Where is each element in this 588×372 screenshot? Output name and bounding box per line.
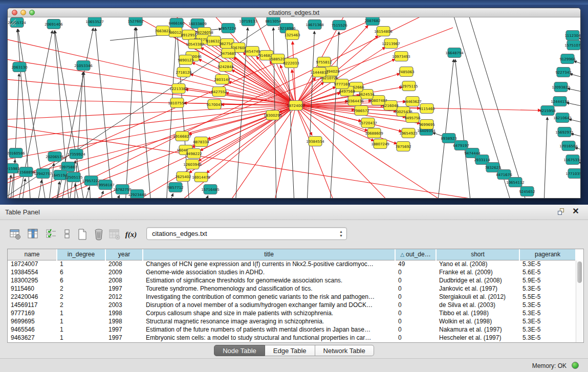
graph-node[interactable]: 2803144: [214, 75, 230, 84]
graph-node[interactable]: 8878334: [193, 137, 209, 147]
column-header-in_degree[interactable]: in_degree: [57, 249, 105, 260]
table-cell[interactable]: Tourette syndrome. Phenomenology and cla…: [143, 285, 395, 293]
table-cell[interactable]: 5.6E-5: [519, 268, 576, 276]
graph-node[interactable]: 12975115: [400, 81, 418, 91]
tab-network-table[interactable]: Network Table: [315, 345, 374, 356]
table-cell[interactable]: Wolkin et al. (1998): [436, 317, 519, 325]
table-cell[interactable]: 2008: [105, 276, 143, 285]
table-cell[interactable]: 0: [395, 268, 436, 276]
table-cell[interactable]: 18300295: [8, 276, 57, 285]
graph-node[interactable]: 15692971: [555, 127, 574, 137]
table-cell[interactable]: 1998: [105, 317, 143, 325]
column-header-title[interactable]: title: [143, 249, 395, 260]
graph-node[interactable]: 11568898: [17, 167, 35, 177]
table-cell[interactable]: Embryonic stem cells: a model to study s…: [143, 334, 395, 342]
graph-node[interactable]: 1112304: [564, 31, 580, 40]
table-row[interactable]: 1456911722003Disruption of a novel membe…: [8, 301, 576, 309]
graph-node[interactable]: 9498222: [186, 149, 202, 159]
table-cell[interactable]: 9699695: [8, 317, 57, 325]
graph-node[interactable]: 19384554: [306, 137, 324, 146]
graph-node[interactable]: 9755812: [316, 57, 332, 67]
table-cell[interactable]: 0: [395, 325, 436, 334]
graph-node[interactable]: 16648794: [445, 48, 464, 58]
graph-node[interactable]: 16033809: [188, 19, 207, 29]
graph-node[interactable]: 7625402: [175, 172, 191, 182]
graph-node[interactable]: 9777169: [334, 79, 350, 89]
table-cell[interactable]: Structural magnetic resonance image aver…: [143, 317, 395, 325]
graph-node[interactable]: 12603948: [183, 160, 202, 169]
graph-node[interactable]: 7857224: [220, 24, 236, 33]
tab-node-table[interactable]: Node Table: [214, 345, 265, 356]
graph-node[interactable]: 12444134: [551, 97, 569, 106]
table-cell[interactable]: 5.3E-5: [519, 285, 576, 293]
graph-node[interactable]: 17016504: [559, 141, 578, 151]
graph-node[interactable]: 19166827: [173, 132, 191, 141]
table-row[interactable]: 1830029562008Estimation of significance …: [8, 276, 576, 285]
close-panel-icon[interactable]: ✕: [572, 207, 580, 215]
delete-table-icon[interactable]: [92, 227, 106, 242]
table-cell[interactable]: 1998: [105, 309, 143, 317]
table-row[interactable]: 969969511998Structural magnetic resonanc…: [8, 317, 576, 325]
graph-node[interactable]: 1325463: [284, 30, 300, 40]
graph-node[interactable]: 10654112: [506, 178, 525, 187]
table-cell[interactable]: 6: [57, 276, 105, 285]
graph-node[interactable]: 9170043: [206, 100, 222, 110]
table-cell[interactable]: 0: [395, 334, 436, 342]
graph-node[interactable]: 8222033: [283, 58, 299, 68]
graph-node[interactable]: 9115460: [419, 104, 434, 114]
table-cell[interactable]: 9777169: [8, 309, 57, 317]
column-header-name[interactable]: name: [8, 249, 57, 260]
graph-node[interactable]: 20160586: [8, 148, 25, 158]
graph-node[interactable]: 1527602: [127, 17, 143, 26]
graph-node[interactable]: 7515526: [331, 20, 347, 30]
graph-node[interactable]: 10719133: [239, 17, 257, 26]
table-cell[interactable]: 22420046: [8, 293, 57, 301]
table-cell[interactable]: Genome-wide association studies in ADHD.: [143, 268, 395, 276]
table-options-icon[interactable]: [8, 227, 23, 242]
column-header-short[interactable]: short: [436, 249, 519, 260]
graph-node[interactable]: 7875692: [395, 142, 411, 151]
graph-node[interactable]: 12213383: [169, 84, 188, 94]
table-cell[interactable]: 1997: [105, 334, 143, 342]
graph-node[interactable]: 8454749: [244, 47, 260, 56]
graph-node[interactable]: 9857712: [167, 183, 183, 192]
graph-node[interactable]: 7663822: [155, 26, 170, 36]
new-table-icon[interactable]: [75, 227, 90, 242]
table-cell[interactable]: 2012: [105, 293, 143, 301]
graph-node[interactable]: 11444812: [310, 68, 329, 77]
table-cell[interactable]: Nakamura et al. (1997): [436, 325, 519, 334]
table-row[interactable]: 911546021997Tourette syndrome. Phenomeno…: [8, 285, 576, 293]
graph-node[interactable]: 16154808: [374, 27, 393, 36]
scrollbar-thumb[interactable]: [577, 261, 582, 283]
table-cell[interactable]: Yano et al. (2008): [436, 260, 519, 268]
table-cell[interactable]: 2008: [105, 260, 143, 268]
graph-node[interactable]: 17710355: [565, 169, 580, 179]
graph-node[interactable]: 7986572: [353, 106, 369, 116]
table-cell[interactable]: Changes of HCN gene expression and I(f) …: [143, 260, 395, 268]
window-titlebar[interactable]: citations_edges.txt: [8, 8, 580, 17]
table-cell[interactable]: Dudbridge et al. (2008): [436, 276, 519, 285]
tab-edge-table[interactable]: Edge Table: [265, 345, 315, 356]
table-cell[interactable]: 5.5E-5: [519, 293, 576, 301]
graph-node[interactable]: 10688609: [365, 128, 383, 138]
graph-node[interactable]: 18107554: [168, 98, 186, 108]
column-header-pagerank[interactable]: pagerank: [519, 249, 576, 260]
table-row[interactable]: 946362711997Embryonic stem cells: a mode…: [8, 334, 576, 342]
table-cell[interactable]: 2003: [105, 301, 143, 309]
table-cell[interactable]: 14569117: [8, 301, 57, 309]
table-row[interactable]: 946554611997Estimation of the future num…: [8, 325, 576, 334]
graph-node[interactable]: 15751074: [564, 40, 580, 50]
table-row[interactable]: 977716911998Corpus callosum shape and si…: [8, 309, 576, 317]
graph-node[interactable]: 14671368: [306, 20, 324, 30]
table-cell[interactable]: 5.3E-5: [519, 301, 576, 309]
table-cell[interactable]: Jankovic et al. (1997): [436, 285, 519, 293]
table-cell[interactable]: 0: [395, 309, 436, 317]
table-cell[interactable]: 2: [57, 301, 105, 309]
graph-node[interactable]: 19654923: [399, 128, 418, 138]
table-selector-dropdown[interactable]: citations_edges.txt ▲▼: [146, 227, 347, 240]
graph-node[interactable]: 8215958: [539, 106, 555, 116]
table-scrollbar[interactable]: [576, 260, 583, 342]
graph-node[interactable]: 14463627: [403, 97, 422, 106]
table-cell[interactable]: 5.3E-5: [519, 325, 576, 334]
table-cell[interactable]: 18724007: [8, 260, 57, 268]
